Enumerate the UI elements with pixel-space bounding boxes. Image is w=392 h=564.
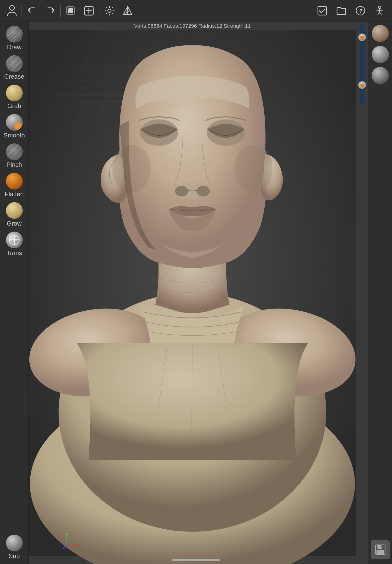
toolbar-view-options	[63, 3, 97, 18]
model-svg	[29, 22, 356, 564]
svg-marker-50	[66, 533, 68, 535]
stats-bar: Verts:98664 Faces:197296 Radius:12 Stren…	[134, 23, 251, 29]
material-face-button[interactable]	[372, 25, 389, 42]
pinch-icon	[6, 143, 23, 160]
person-avatar[interactable]	[5, 4, 19, 18]
svg-point-0	[10, 5, 14, 10]
layers-button[interactable]	[63, 3, 78, 18]
toolbar-right: ?	[315, 3, 387, 18]
trans-icon	[6, 232, 23, 248]
undo-button[interactable]	[24, 3, 40, 18]
svg-marker-52	[76, 544, 79, 546]
svg-text:?: ?	[359, 8, 362, 14]
smooth-label: Smooth	[4, 132, 25, 139]
pose-button[interactable]	[372, 3, 387, 18]
wireframe-button[interactable]	[120, 3, 135, 18]
crease-icon	[6, 55, 23, 72]
tool-smooth[interactable]: Smooth	[1, 112, 28, 140]
toolbar-sep-2	[60, 5, 61, 17]
crease-label: Crease	[4, 73, 24, 80]
svg-point-48	[234, 145, 272, 193]
toolbar-sep-3	[99, 5, 99, 17]
toolbar-sep-1	[22, 5, 22, 17]
settings-button[interactable]	[102, 3, 117, 18]
right-panel	[368, 22, 392, 564]
viewport[interactable]: Verts:98664 Faces:197296 Radius:12 Stren…	[29, 22, 356, 564]
check-button[interactable]	[315, 3, 330, 18]
flatten-label: Flatten	[5, 191, 24, 198]
toolbar-settings	[102, 3, 135, 18]
svg-point-46	[196, 186, 210, 196]
tool-grab[interactable]: Grab	[1, 83, 28, 111]
svg-point-6	[108, 9, 111, 13]
left-sidebar: Draw Crease Grab Smooth Pinch Flatten Gr…	[0, 22, 29, 564]
flatten-icon	[6, 173, 23, 190]
grab-label: Grab	[7, 102, 21, 110]
tool-pinch[interactable]: Pinch	[1, 141, 28, 170]
top-toolbar: ?	[0, 0, 392, 22]
home-indicator	[172, 559, 220, 561]
sub-icon	[6, 535, 23, 551]
redo-button[interactable]	[42, 3, 58, 18]
tool-flatten[interactable]: Flatten	[1, 171, 28, 199]
svg-point-13	[378, 6, 381, 9]
svg-point-45	[175, 186, 188, 196]
trans-label: Trans	[6, 249, 22, 257]
tool-crease[interactable]: Crease	[1, 53, 28, 82]
svg-rect-21	[381, 545, 382, 547]
toolbar-undo-redo	[24, 3, 58, 18]
slider-container	[356, 22, 368, 117]
tool-grow[interactable]: Grow	[1, 200, 28, 229]
model-container	[29, 22, 356, 564]
svg-point-47	[112, 145, 151, 193]
add-button[interactable]	[81, 3, 97, 18]
svg-line-17	[379, 12, 381, 15]
tool-sub[interactable]: Sub	[1, 533, 28, 561]
svg-marker-54	[62, 546, 66, 549]
smooth-icon	[6, 114, 23, 131]
material-grey-button[interactable]	[372, 46, 389, 63]
svg-line-16	[378, 12, 379, 15]
strength-indicator	[361, 84, 364, 87]
svg-rect-19	[378, 545, 382, 549]
draw-label: Draw	[7, 43, 22, 51]
axis-indicator	[62, 531, 81, 550]
svg-rect-20	[377, 550, 384, 554]
folder-button[interactable]	[334, 3, 349, 18]
svg-rect-2	[68, 8, 73, 13]
tool-trans[interactable]: Trans	[1, 230, 28, 258]
material-dark-button[interactable]	[372, 67, 389, 84]
grow-icon	[6, 202, 23, 219]
draw-icon	[6, 26, 23, 42]
pinch-label: Pinch	[6, 161, 22, 168]
grow-label: Grow	[7, 220, 22, 227]
grab-icon	[6, 85, 23, 101]
radius-indicator	[361, 36, 364, 40]
sub-label: Sub	[9, 552, 20, 560]
slider-track[interactable]	[360, 24, 364, 105]
save-button[interactable]	[371, 540, 390, 559]
help-button[interactable]: ?	[353, 3, 368, 18]
tool-draw[interactable]: Draw	[1, 24, 28, 52]
